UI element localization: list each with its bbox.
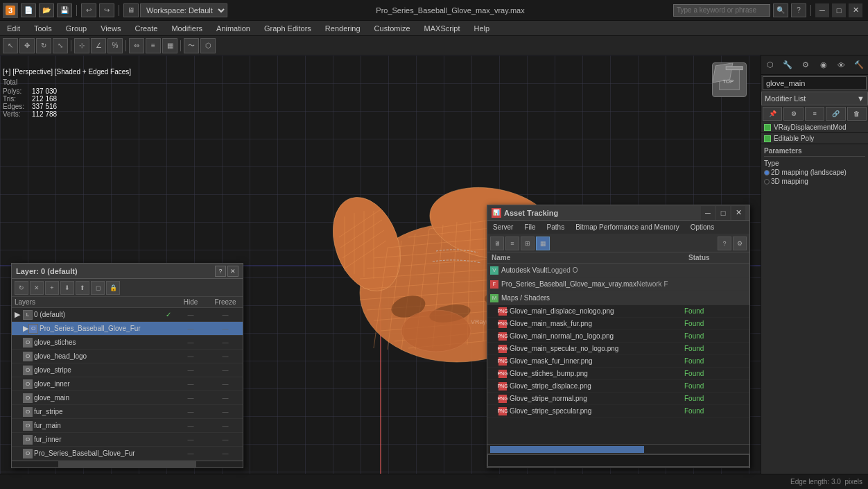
menu-tools[interactable]: Tools [27, 21, 59, 36]
list-item[interactable]: O glove_stiches — — [12, 336, 243, 350]
asset-menu-server[interactable]: Server [487, 221, 519, 234]
asset-file-item[interactable]: PNG Glove_mask_fur_inner.png Found [487, 355, 749, 368]
asset-file-item[interactable]: PNG Glove_stripe_normal.png Found [487, 393, 749, 405]
hierarchy-icon[interactable]: ⚙ [798, 58, 813, 73]
redo-btn[interactable]: ↪ [99, 3, 114, 17]
menu-views[interactable]: Views [94, 21, 128, 36]
pin-btn[interactable]: 📌 [763, 107, 782, 121]
asset-minimize-btn[interactable]: ─ [701, 206, 715, 220]
layer-tb-refresh[interactable]: ↻ [15, 281, 28, 295]
asset-maximize-btn[interactable]: □ [716, 206, 730, 220]
undo-btn[interactable]: ↩ [81, 3, 96, 17]
asset-menu-file[interactable]: File [519, 221, 541, 234]
asset-file-item[interactable]: PNG Glove_stripe_specular.png Found [487, 405, 749, 418]
menu-graph-editors[interactable]: Graph Editors [257, 21, 318, 36]
asset-file-item[interactable]: PNG Glove_stiches_bump.png Found [487, 368, 749, 380]
nav-cube-box[interactable]: TOP [712, 62, 747, 97]
config-btn[interactable]: ⚙ [783, 107, 803, 121]
layer-scroll-thumb[interactable] [58, 461, 197, 468]
search-btn[interactable]: 🔍 [773, 3, 788, 17]
layer-help-btn[interactable]: ? [215, 266, 226, 277]
modifier-list-button[interactable]: Modifier List ▼ [761, 92, 868, 105]
layer-tb-select[interactable]: ◻ [91, 281, 105, 295]
radio-3d[interactable] [764, 179, 770, 185]
maximize-btn[interactable]: □ [832, 3, 846, 17]
asset-maps-header[interactable]: M Maps / Shaders [487, 291, 749, 305]
scale-tool[interactable]: ⤡ [53, 38, 68, 53]
workspace-dropdown[interactable]: Workspace: Default [140, 3, 227, 17]
select-tool[interactable]: ↖ [3, 38, 18, 53]
layer-tb-delete[interactable]: ✕ [30, 281, 44, 295]
asset-tb-table[interactable]: ▦ [536, 237, 550, 250]
layer-tb-lock[interactable]: 🔒 [106, 281, 120, 295]
schematic-view[interactable]: ⬡ [200, 38, 216, 53]
asset-file-item[interactable]: PNG Glove_main_displace_nologo.png Found [487, 305, 749, 318]
asset-close-btn[interactable]: ✕ [731, 206, 745, 220]
asset-group-vault[interactable]: V Autodesk Vault Logged O [487, 264, 749, 277]
workspace-selector[interactable]: 🖥 Workspace: Default [123, 3, 227, 17]
nav-cube[interactable]: TOP [712, 62, 754, 104]
layer-scrollbar[interactable] [12, 461, 243, 467]
list-item[interactable]: ▶ O Pro_Series_Baseball_Glove_Fur — — [12, 322, 243, 336]
modifier-editable-poly[interactable]: Editable Poly [761, 133, 868, 144]
layer-tb-add[interactable]: + [45, 281, 59, 295]
list-item[interactable]: O fur_stripe — — [12, 405, 243, 419]
list-item[interactable]: ▶ L 0 (default) ✓ — — [12, 308, 243, 322]
menu-customize[interactable]: Customize [367, 21, 417, 36]
move-tool[interactable]: ✥ [19, 38, 35, 53]
modifier-vray[interactable]: VRayDisplacementMod [761, 122, 868, 133]
menu-rendering[interactable]: Rendering [318, 21, 367, 36]
asset-tb-config[interactable]: ⚙ [733, 237, 747, 250]
layer-tool[interactable]: ▦ [162, 38, 177, 53]
layer-tb-merge[interactable]: ⬇ [60, 281, 74, 295]
unique-btn[interactable]: 🔗 [826, 107, 845, 121]
asset-file-item[interactable]: PNG Glove_main_normal_no_logo.png Found [487, 330, 749, 343]
layer-close-btn[interactable]: ✕ [227, 266, 238, 277]
asset-menu-bitmap[interactable]: Bitmap Performance and Memory [570, 221, 685, 234]
search-input[interactable] [673, 4, 770, 17]
minimize-btn[interactable]: ─ [815, 3, 829, 17]
curve-editor[interactable]: 〜 [184, 38, 199, 53]
modify-icon[interactable]: 🔧 [780, 58, 795, 73]
asset-menu-options[interactable]: Options [685, 221, 720, 234]
menu-animation[interactable]: Animation [209, 21, 257, 36]
angle-snap[interactable]: ∠ [91, 38, 106, 53]
param-3d-mapping[interactable]: 3D mapping [764, 178, 865, 185]
save-btn[interactable]: 💾 [57, 3, 72, 17]
list-item[interactable]: O glove_stripe — — [12, 363, 243, 377]
menu-help[interactable]: Help [467, 21, 497, 36]
asset-file-header[interactable]: F Pro_Series_Baseball_Glove_max_vray.max… [487, 277, 749, 291]
list-item[interactable]: O Pro_Series_Baseball_Glove_Fur — — [12, 447, 243, 461]
menu-group[interactable]: Group [59, 21, 94, 36]
asset-footer-input[interactable] [487, 454, 749, 467]
motion-icon[interactable]: ◉ [816, 58, 831, 73]
snap-toggle[interactable]: ⊹ [74, 38, 89, 53]
list-item[interactable]: O fur_inner — — [12, 433, 243, 447]
asset-tb-help[interactable]: ? [718, 237, 731, 250]
create-icon[interactable]: ⬡ [763, 58, 778, 73]
asset-menu-paths[interactable]: Paths [541, 221, 571, 234]
close-btn[interactable]: ✕ [849, 3, 862, 17]
radio-2d[interactable] [764, 170, 770, 175]
asset-tb-list[interactable]: ≡ [505, 237, 519, 250]
epoly-checkbox[interactable] [764, 135, 771, 142]
asset-file-item[interactable]: PNG Glove_main_mask_fur.png Found [487, 318, 749, 330]
help-search-btn[interactable]: ? [791, 3, 806, 17]
new-btn[interactable]: 📄 [21, 3, 36, 17]
utilities-icon[interactable]: 🔨 [851, 58, 867, 73]
list-item[interactable]: O fur_main — — [12, 419, 243, 433]
object-name-input[interactable] [763, 76, 867, 90]
list-item[interactable]: O glove_inner — — [12, 377, 243, 391]
open-btn[interactable]: 📂 [39, 3, 54, 17]
align-tool[interactable]: ≡ [146, 38, 161, 53]
remove-btn[interactable]: 🗑 [847, 107, 867, 121]
show-all-btn[interactable]: ≡ [805, 107, 824, 121]
menu-create[interactable]: Create [128, 21, 164, 36]
display-icon[interactable]: 👁 [833, 58, 849, 73]
param-2d-mapping[interactable]: 2D mapping (landscape) [764, 169, 865, 176]
asset-tb-server[interactable]: 🖥 [490, 237, 504, 250]
asset-tb-grid[interactable]: ⊞ [521, 237, 535, 250]
asset-path-input[interactable] [487, 454, 749, 467]
asset-file-item[interactable]: PNG Glove_main_specular_no_logo.png Foun… [487, 343, 749, 355]
menu-modifiers[interactable]: Modifiers [164, 21, 209, 36]
